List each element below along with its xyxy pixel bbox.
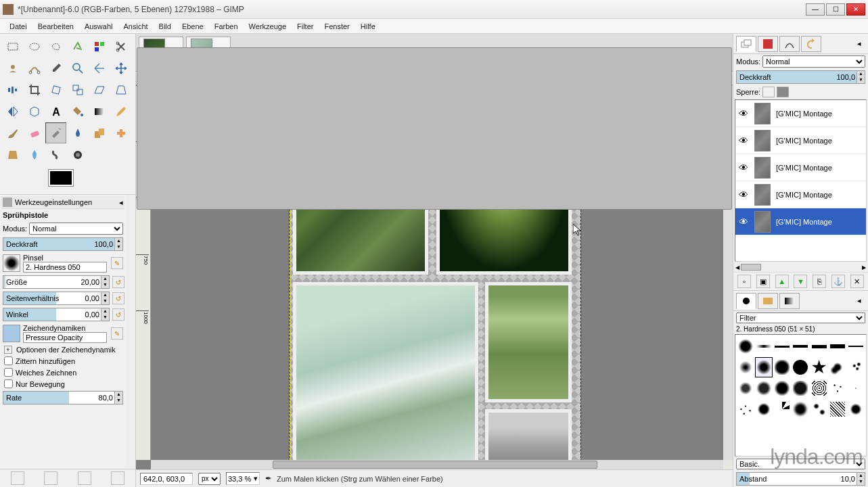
minimize-button[interactable]: — xyxy=(806,3,825,16)
measure-tool[interactable] xyxy=(89,57,110,78)
tab-brushes-icon[interactable] xyxy=(736,293,756,309)
menu-farben[interactable]: Farben xyxy=(209,21,244,32)
brush-item[interactable] xyxy=(737,399,754,419)
dynamics-edit-icon[interactable]: ✎ xyxy=(111,327,123,340)
options-scrollbar[interactable] xyxy=(126,195,135,469)
paintbrush-tool[interactable] xyxy=(2,122,23,143)
brushes-panel-menu-icon[interactable]: ◂ xyxy=(853,296,865,305)
clone-tool[interactable] xyxy=(89,122,110,143)
layer-row[interactable]: 👁[G'MIC] Montage xyxy=(735,154,866,181)
aspect-slider[interactable]: Seitenverhältnis 0,00 ▲▼ xyxy=(3,292,110,305)
visibility-icon[interactable]: 👁 xyxy=(738,216,749,227)
brush-item[interactable] xyxy=(829,399,846,419)
heal-tool[interactable] xyxy=(110,122,131,143)
delete-layer-icon[interactable]: ✕ xyxy=(850,275,864,288)
vertical-scrollbar[interactable] xyxy=(723,85,733,460)
brush-item[interactable] xyxy=(773,399,791,419)
align-tool[interactable] xyxy=(2,79,23,100)
brush-item[interactable] xyxy=(737,357,754,377)
tab-channels-icon[interactable] xyxy=(758,36,778,52)
perspective-clone-tool[interactable] xyxy=(2,144,23,165)
brush-item[interactable] xyxy=(737,378,754,398)
brush-item[interactable] xyxy=(755,399,773,419)
menu-bearbeiten[interactable]: Bearbeiten xyxy=(32,21,79,32)
layer-row[interactable]: 👁[G'MIC] Montage xyxy=(735,100,866,127)
brush-item[interactable] xyxy=(810,336,828,356)
brush-name[interactable]: 2. Hardness 050 xyxy=(23,262,107,273)
crop-tool[interactable] xyxy=(24,79,45,100)
mode-select[interactable]: Normal xyxy=(29,223,123,235)
blend-tool[interactable] xyxy=(89,101,110,122)
bucket-fill-tool[interactable] xyxy=(67,101,88,122)
ink-tool[interactable] xyxy=(67,122,88,143)
brush-item[interactable] xyxy=(847,378,865,398)
zoom-tool[interactable] xyxy=(67,57,88,78)
ellipse-select-tool[interactable] xyxy=(24,36,45,57)
brush-item[interactable] xyxy=(773,357,791,377)
paths-tool[interactable] xyxy=(24,57,45,78)
brush-filter-select[interactable]: Filter xyxy=(736,312,865,323)
brush-item[interactable] xyxy=(847,399,865,419)
brush-item[interactable] xyxy=(737,336,754,356)
layer-hscroll[interactable]: ◀▶ xyxy=(733,262,868,272)
layer-mode-select[interactable]: Normal xyxy=(762,55,865,68)
brush-item[interactable] xyxy=(773,378,791,398)
anchor-layer-icon[interactable]: ⚓ xyxy=(831,275,845,288)
shear-tool[interactable] xyxy=(89,79,110,100)
new-layer-icon[interactable]: ▫ xyxy=(737,275,751,288)
brush-item[interactable] xyxy=(755,357,773,377)
brush-edit-icon[interactable]: ✎ xyxy=(111,257,123,269)
brush-item[interactable] xyxy=(755,336,773,356)
tab-layers-icon[interactable] xyxy=(736,36,756,52)
foreground-select-tool[interactable] xyxy=(2,57,23,78)
free-select-tool[interactable] xyxy=(45,36,66,57)
brush-item[interactable] xyxy=(792,357,809,377)
aspect-reset-icon[interactable]: ↺ xyxy=(112,292,124,304)
color-picker-tool[interactable] xyxy=(45,57,66,78)
layer-row[interactable]: 👁[G'MIC] Montage xyxy=(735,208,866,235)
left-bottom-icon-4[interactable] xyxy=(111,471,124,485)
brush-item[interactable] xyxy=(829,378,846,398)
flip-tool[interactable] xyxy=(2,101,23,122)
smudge-tool[interactable] xyxy=(45,144,66,165)
fg-color-swatch[interactable] xyxy=(49,170,73,186)
brush-preset-select[interactable]: Basic. xyxy=(736,459,865,469)
tab-undo-icon[interactable] xyxy=(801,36,821,52)
angle-reset-icon[interactable]: ↺ xyxy=(112,308,124,321)
maximize-button[interactable]: ☐ xyxy=(826,3,845,16)
move-tool[interactable] xyxy=(110,57,131,78)
nav-corner-icon[interactable] xyxy=(723,460,733,469)
left-bottom-icon-1[interactable] xyxy=(11,471,24,485)
size-reset-icon[interactable]: ↺ xyxy=(112,276,124,288)
dynamics-value[interactable]: Pressure Opacity xyxy=(23,332,107,343)
tab-paths-icon[interactable] xyxy=(779,36,800,52)
new-group-icon[interactable]: ▣ xyxy=(756,275,770,288)
brush-preview-icon[interactable] xyxy=(3,254,20,272)
menu-ebene[interactable]: Ebene xyxy=(177,21,209,32)
spacing-slider[interactable]: Abstand 10,0 ▲▼ xyxy=(736,472,865,486)
horizontal-scrollbar[interactable] xyxy=(151,460,723,469)
lower-layer-icon[interactable]: ▼ xyxy=(794,275,807,288)
brush-item[interactable] xyxy=(792,336,809,356)
brush-item[interactable] xyxy=(792,378,809,398)
brush-item[interactable] xyxy=(829,336,846,356)
tab-gradients-icon[interactable] xyxy=(779,293,800,309)
unit-select[interactable]: px xyxy=(198,473,221,485)
cage-tool[interactable] xyxy=(24,101,45,122)
brush-item[interactable] xyxy=(755,378,773,398)
left-bottom-icon-3[interactable] xyxy=(78,471,91,485)
close-button[interactable]: ✕ xyxy=(846,3,865,16)
visibility-icon[interactable]: 👁 xyxy=(738,189,749,200)
airbrush-tool[interactable] xyxy=(45,122,66,143)
lock-pixels-icon[interactable] xyxy=(762,87,775,97)
menu-fenster[interactable]: Fenster xyxy=(319,21,355,32)
opacity-slider[interactable]: Deckkraft 100,0 ▲▼ xyxy=(3,237,123,251)
jitter-checkbox[interactable] xyxy=(4,356,13,365)
brush-item[interactable] xyxy=(792,399,809,419)
brush-item[interactable] xyxy=(847,336,865,356)
duplicate-layer-icon[interactable]: ⎘ xyxy=(813,275,826,288)
layer-row[interactable]: 👁[G'MIC] Montage xyxy=(735,181,866,208)
visibility-icon[interactable]: 👁 xyxy=(738,162,749,173)
fuzzy-select-tool[interactable] xyxy=(67,36,88,57)
brush-item[interactable] xyxy=(810,399,828,419)
